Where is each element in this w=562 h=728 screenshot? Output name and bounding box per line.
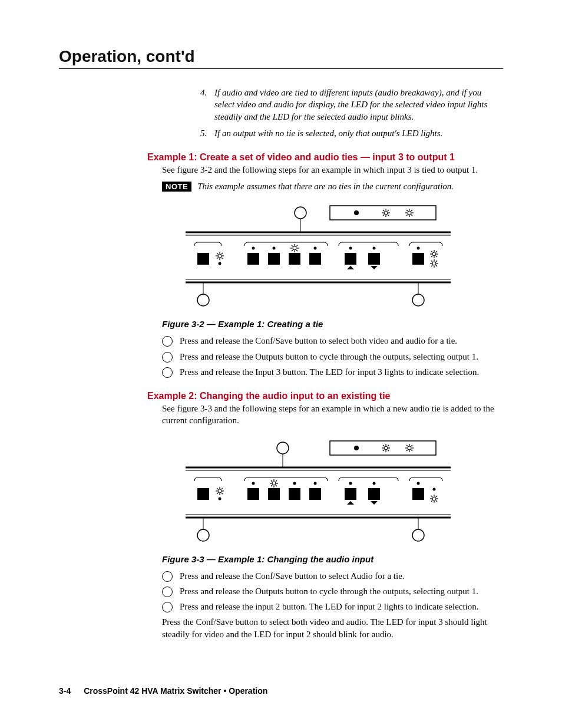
svg-line-102: [406, 450, 408, 451]
svg-rect-129: [268, 488, 280, 500]
svg-line-74: [436, 265, 437, 266]
svg-rect-131: [289, 488, 300, 500]
svg-rect-55: [368, 253, 380, 265]
example2-step-3-text: Press and release the input 2 button. Th…: [180, 601, 479, 612]
figure-3-2-caption: Figure 3-2 — Example 1: Creating a tie: [162, 319, 503, 329]
svg-point-95: [408, 446, 411, 450]
svg-rect-48: [289, 253, 300, 265]
svg-line-126: [276, 485, 277, 486]
example1-step-1: Press and release the Conf/Save button t…: [162, 335, 503, 347]
example1-step-3: Press and release the Input 3 button. Th…: [162, 366, 503, 378]
svg-point-143: [432, 497, 436, 500]
header-rule: [59, 68, 503, 69]
svg-point-80: [197, 294, 209, 306]
bullet-icon: [162, 602, 173, 612]
example1-step-1-text: Press and release the Conf/Save button t…: [180, 335, 457, 347]
svg-rect-138: [368, 488, 380, 500]
note-badge: NOTE: [162, 182, 191, 192]
svg-line-73: [431, 261, 432, 262]
svg-marker-56: [371, 266, 378, 269]
svg-point-57: [417, 247, 420, 250]
svg-point-54: [373, 247, 376, 250]
bullet-icon: [162, 571, 173, 582]
svg-line-103: [411, 445, 412, 446]
svg-line-116: [222, 488, 223, 489]
svg-point-118: [252, 482, 255, 485]
svg-line-44: [292, 245, 293, 246]
svg-line-9: [388, 215, 389, 216]
svg-rect-58: [412, 253, 424, 265]
svg-point-59: [432, 252, 436, 256]
svg-rect-50: [309, 253, 321, 265]
svg-point-12: [408, 211, 411, 215]
svg-line-32: [217, 258, 218, 259]
svg-point-85: [354, 446, 359, 450]
svg-line-114: [222, 493, 223, 494]
example1-heading: Example 1: Create a set of video and aud…: [147, 152, 503, 163]
svg-rect-133: [309, 488, 321, 500]
bullet-icon: [162, 367, 173, 378]
svg-line-10: [383, 215, 384, 216]
note-item-4-text: If audio and video are tied to different…: [214, 87, 503, 123]
svg-point-39: [293, 246, 296, 250]
svg-point-37: [273, 247, 276, 250]
page-footer: 3-4 CrossPoint 42 HVA Matrix Switcher • …: [59, 686, 267, 696]
svg-rect-107: [197, 488, 209, 500]
svg-line-66: [431, 256, 432, 257]
svg-rect-24: [197, 253, 209, 265]
svg-point-82: [412, 294, 424, 306]
footer-page-number: 3-4: [59, 686, 71, 696]
svg-line-94: [388, 445, 389, 446]
svg-line-11: [388, 210, 389, 211]
example2-heading: Example 2: Changing the audio input to a…: [147, 391, 503, 401]
footer-title: CrossPoint 42 HVA Matrix Switcher • Oper…: [84, 686, 267, 696]
svg-line-47: [296, 245, 297, 246]
svg-point-34: [219, 262, 222, 265]
svg-point-0: [295, 207, 306, 219]
svg-line-125: [271, 480, 272, 482]
svg-line-113: [217, 488, 218, 489]
svg-point-3: [384, 211, 388, 215]
example2-step-2-text: Press and release the Outputs button to …: [180, 585, 478, 597]
svg-point-86: [384, 446, 388, 450]
note-item-4-number: 4.: [200, 87, 214, 123]
svg-line-92: [388, 450, 389, 451]
example2-intro: See figure 3-3 and the following steps f…: [162, 403, 503, 427]
note-item-4: 4. If audio and video are tied to differ…: [200, 87, 503, 123]
svg-point-157: [412, 529, 424, 541]
bullet-icon: [162, 336, 173, 347]
svg-line-127: [271, 485, 272, 486]
svg-point-134: [349, 482, 352, 485]
svg-point-130: [293, 482, 296, 485]
svg-point-108: [218, 489, 222, 493]
svg-rect-141: [412, 488, 424, 500]
svg-line-20: [411, 210, 412, 211]
svg-line-33: [222, 253, 223, 254]
svg-line-45: [296, 250, 297, 251]
bullet-icon: [162, 352, 173, 363]
svg-line-149: [436, 500, 437, 502]
svg-line-76: [436, 261, 437, 262]
svg-point-155: [197, 529, 209, 541]
svg-point-49: [314, 247, 317, 250]
svg-point-132: [314, 482, 317, 485]
svg-point-142: [433, 487, 436, 490]
svg-rect-135: [345, 488, 356, 500]
svg-point-51: [349, 247, 352, 250]
svg-rect-38: [268, 253, 280, 265]
svg-point-137: [373, 482, 376, 485]
example1-step-2-text: Press and release the Outputs button to …: [180, 351, 478, 363]
bullet-icon: [162, 587, 173, 597]
svg-line-64: [431, 251, 432, 252]
example2-step-1: Press and release the Conf/Save button t…: [162, 570, 503, 582]
svg-marker-139: [371, 501, 378, 505]
svg-rect-119: [247, 488, 259, 500]
svg-line-19: [406, 215, 408, 216]
svg-line-128: [276, 480, 277, 482]
svg-line-65: [436, 256, 437, 257]
svg-line-150: [431, 500, 432, 502]
note-item-5-text: If an output with no tie is selected, on…: [214, 127, 442, 139]
svg-line-8: [383, 210, 384, 211]
example1-step-2: Press and release the Outputs button to …: [162, 351, 503, 363]
svg-line-30: [217, 253, 218, 254]
